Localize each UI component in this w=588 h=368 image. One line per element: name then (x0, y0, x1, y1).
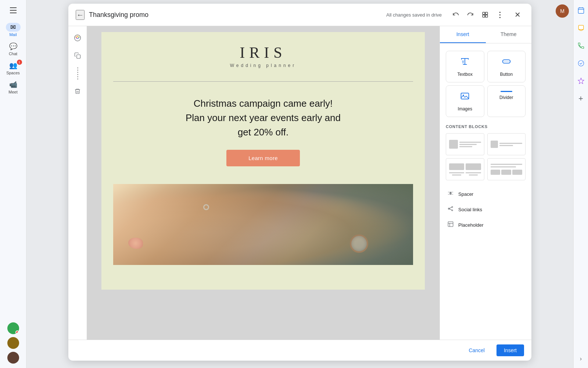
insert-tools-grid: T Textbox B (446, 51, 526, 117)
svg-rect-9 (485, 12, 488, 14)
mail-icon: ✉ (10, 23, 16, 31)
textbox-icon: T (460, 56, 470, 69)
button-tool[interactable]: Button (487, 51, 526, 82)
svg-point-28 (452, 210, 453, 211)
svg-point-14 (77, 36, 78, 37)
svg-rect-0 (578, 8, 584, 13)
content-blocks-grid (446, 133, 526, 180)
sidebar-item-mail[interactable]: ✉ Mail (0, 21, 26, 39)
sidebar-item-mail-label: Mail (9, 32, 17, 37)
textbox-tool[interactable]: T Textbox (446, 51, 484, 82)
spacer-label: Spacer (458, 191, 473, 197)
textbox-label: Textbox (458, 72, 473, 77)
modal-dialog: ← Thanksgiving promo All changes saved i… (68, 4, 531, 361)
content-blocks-title: CONTENT BLOCKS (446, 124, 526, 129)
sidebar-item-spaces[interactable]: 👥 1 Spaces (0, 59, 26, 77)
sidebar-item-meet[interactable]: 📹 Meet (0, 78, 26, 96)
modal-status: All changes saved in drive (386, 12, 442, 18)
svg-point-7 (578, 61, 584, 66)
add-icon[interactable]: + (575, 93, 587, 105)
sidebar-avatars (7, 322, 19, 368)
content-block-3[interactable] (446, 158, 484, 180)
meet-icon: 📹 (9, 81, 17, 89)
avatar-2[interactable] (7, 337, 19, 349)
svg-rect-18 (77, 55, 80, 59)
close-button[interactable]: ✕ (511, 8, 524, 21)
wedding-image (113, 184, 413, 265)
spacer-icon (447, 190, 454, 198)
social-links-label: Social links (458, 207, 482, 212)
svg-rect-8 (483, 12, 485, 14)
email-canvas[interactable]: IRIS Wedding planner Christmas campaign … (87, 26, 440, 340)
brand-subtitle: Wedding planner (113, 63, 413, 68)
modal-overlay: ← Thanksgiving promo All changes saved i… (26, 0, 573, 368)
svg-point-13 (76, 37, 77, 38)
chat-icon: 💬 (9, 42, 17, 50)
placeholder-label: Placeholder (458, 222, 484, 228)
editor-tools (68, 26, 87, 340)
calendar-icon[interactable] (575, 4, 587, 16)
sidebar-item-chat[interactable]: 💬 Chat (0, 40, 26, 58)
email-divider (113, 81, 413, 82)
svg-point-17 (76, 38, 78, 39)
left-sidebar: ✉ Mail 💬 Chat 👥 1 Spaces 📹 Meet (0, 0, 26, 368)
star-icon[interactable] (575, 75, 587, 87)
divider-tool[interactable]: Divider (487, 85, 526, 117)
divider-label: Divider (499, 95, 513, 100)
sidebar-item-spaces-label: Spaces (6, 71, 20, 75)
svg-point-16 (78, 38, 79, 39)
modal-body: IRIS Wedding planner Christmas campaign … (68, 26, 531, 340)
svg-rect-4 (578, 25, 583, 30)
header-actions: ⋮ (449, 8, 506, 21)
avatar-1[interactable] (7, 322, 19, 334)
sidebar-item-meet-label: Meet (8, 90, 17, 94)
svg-point-31 (448, 208, 450, 210)
copy-tool[interactable] (72, 50, 83, 61)
content-block-4[interactable] (487, 158, 526, 180)
learn-more-button[interactable]: Learn more (226, 150, 300, 166)
editor-panel: IRIS Wedding planner Christmas campaign … (68, 26, 440, 340)
insert-button[interactable]: Insert (496, 344, 524, 356)
svg-rect-22 (461, 93, 469, 99)
placeholder-item[interactable]: Placeholder (446, 217, 526, 233)
cancel-button[interactable]: Cancel (461, 344, 492, 356)
panel-content: T Textbox B (440, 43, 531, 340)
redo-button[interactable] (464, 8, 477, 21)
svg-rect-11 (485, 15, 488, 17)
modal-title: Thanksgiving promo (89, 11, 382, 19)
spaces-icon: 👥 (9, 61, 17, 70)
svg-text:T: T (462, 60, 465, 64)
phone-icon[interactable] (575, 40, 587, 52)
tab-insert[interactable]: Insert (440, 26, 486, 43)
tasks-icon[interactable] (575, 57, 587, 69)
images-tool[interactable]: Images (446, 85, 484, 117)
spacer-item[interactable]: Spacer (446, 186, 526, 202)
svg-point-15 (78, 37, 79, 38)
email-main-section: Christmas campaign came early!Plan your … (101, 88, 425, 175)
modal-footer: Cancel Insert (68, 340, 531, 361)
brand-logo: IRIS (113, 44, 413, 61)
more-options-button[interactable]: ⋮ (493, 8, 506, 21)
user-avatar[interactable]: M (556, 4, 569, 18)
social-links-item[interactable]: Social links (446, 202, 526, 217)
collapse-sidebar-icon[interactable]: › (580, 355, 582, 362)
back-button[interactable]: ← (76, 10, 85, 20)
drag-handle[interactable] (77, 67, 78, 79)
spaces-badge: 1 (17, 60, 22, 65)
layout-button[interactable] (478, 8, 492, 21)
right-panel: Insert Theme T (440, 26, 531, 340)
hamburger-menu[interactable] (6, 3, 21, 18)
palette-tool[interactable] (72, 32, 83, 44)
modal-header: ← Thanksgiving promo All changes saved i… (68, 4, 531, 26)
button-label: Button (500, 72, 513, 77)
images-icon (460, 91, 470, 103)
keep-icon[interactable] (575, 22, 587, 34)
avatar-3[interactable] (7, 352, 19, 364)
content-block-1[interactable] (446, 133, 484, 155)
divider-icon (501, 91, 512, 92)
undo-button[interactable] (449, 8, 462, 21)
tab-theme[interactable]: Theme (486, 26, 532, 43)
content-block-2[interactable] (487, 133, 526, 155)
panel-tabs: Insert Theme (440, 26, 531, 43)
delete-tool[interactable] (72, 85, 83, 97)
